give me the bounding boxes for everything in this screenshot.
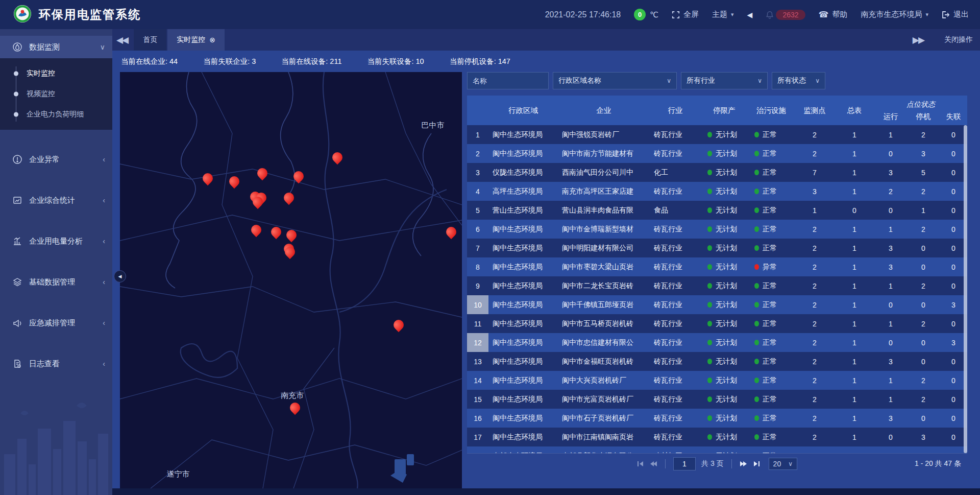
table-row[interactable]: 9阆中生态环境局阆中市二龙长宝页岩砖砖瓦行业无计划正常21120	[467, 276, 967, 295]
sidebar-item-enterprise-stats[interactable]: 企业综合统计‹	[0, 189, 112, 211]
table-row[interactable]: 13阆中生态环境局阆中市金福旺页岩机砖砖瓦行业无计划正常21300	[467, 352, 967, 371]
map-pin[interactable]	[286, 230, 297, 240]
map-pin[interactable]	[284, 193, 294, 203]
cell-enterprise: 南部县新华水泥有限公	[558, 446, 650, 453]
map-pin[interactable]	[285, 247, 295, 257]
map-pin[interactable]	[290, 403, 300, 413]
page-size-select[interactable]: 20 ∨	[769, 458, 797, 470]
last-page-button[interactable]	[753, 461, 760, 467]
map-pin[interactable]	[257, 168, 267, 178]
cell-halt: 0	[907, 257, 940, 276]
cell-region: 高坪生态环境局	[488, 182, 558, 201]
status-dot	[754, 207, 759, 213]
table-row[interactable]: 18南部生态环境局南部县新华水泥有限公建材加工无计划正常60060	[467, 446, 967, 453]
theme-dropdown[interactable]: 主题 ▾	[712, 10, 734, 19]
row-index: 9	[467, 276, 488, 295]
table-row[interactable]: 17阆中生态环境局阆中市江南镇阆南页岩砖瓦行业无计划正常21030	[467, 428, 967, 446]
scroll-tabs-right-icon[interactable]: ▶▶	[913, 35, 924, 45]
cell-lost: 3	[940, 333, 967, 352]
prev-page-button[interactable]	[650, 461, 657, 467]
sidebar-item-logs[interactable]: 日志查看‹	[0, 352, 112, 375]
region-filter-select[interactable]: 行政区域名称 ∨	[553, 72, 677, 89]
cell-halt: 2	[907, 182, 940, 201]
status-dot	[707, 283, 712, 289]
table-row[interactable]: 15阆中生态环境局阆中市光富页岩机砖厂砖瓦行业无计划正常21120	[467, 390, 967, 409]
status-dot	[707, 207, 712, 213]
sidebar-item-data-monitor[interactable]: 数据监测∨	[0, 36, 112, 58]
table-row[interactable]: 14阆中生态环境局阆中大兴页岩机砖厂砖瓦行业无计划正常21120	[467, 371, 967, 390]
table-row[interactable]: 8阆中生态环境局阆中市枣碧大梁山页岩砖瓦行业无计划异常21300	[467, 257, 967, 276]
industry-filter-select[interactable]: 所有行业 ∨	[681, 72, 768, 89]
table-row[interactable]: 3仪陇生态环境局西南油气田分公司川中化工无计划正常71350	[467, 163, 967, 182]
tab-0[interactable]: 首页	[134, 29, 166, 51]
table-row[interactable]: 4高坪生态环境局南充市高坪区王家店建砖瓦行业无计划正常31220	[467, 182, 967, 201]
tab-1[interactable]: 实时监控⊗	[167, 29, 225, 51]
scroll-tabs-left-icon[interactable]: ◀◀	[116, 35, 128, 45]
cell-halt: 5	[907, 163, 940, 182]
map-pin[interactable]	[251, 225, 261, 235]
sidebar-item-emergency[interactable]: 应急减排管理‹	[0, 312, 112, 334]
first-page-button[interactable]	[637, 461, 644, 467]
content-area: 巴中市南充市遂宁市 ◀ 行政区域名称 ∨ 所有行业 ∨	[112, 72, 980, 488]
table-row[interactable]: 5营山生态环境局营山县润丰肉食品有限食品无计划正常10010	[467, 201, 967, 220]
name-filter-input[interactable]	[467, 72, 549, 89]
chevron-down-icon: ▾	[731, 11, 734, 18]
close-icon[interactable]: ⊗	[209, 36, 215, 44]
cell-lost: 0	[940, 428, 967, 446]
cell-meters: 1	[835, 163, 874, 182]
map-pin[interactable]	[293, 171, 304, 181]
cell-industry: 砖瓦行业	[650, 220, 701, 239]
cell-meters: 1	[835, 276, 874, 295]
table-row[interactable]: 7阆中生态环境局阆中明阳建材有限公司砖瓦行业无计划正常21300	[467, 239, 967, 257]
mute-button[interactable]: ◀	[747, 11, 753, 19]
help-button[interactable]: ☎ 帮助	[819, 10, 848, 19]
sidebar-subitem-0-0[interactable]: 实时监控	[0, 63, 112, 84]
close-operations-button[interactable]: 关闭操作	[944, 35, 973, 44]
map-panel[interactable]: 巴中市南充市遂宁市 ◀	[120, 72, 462, 488]
cell-run: 3	[874, 239, 907, 257]
collapse-map-button[interactable]: ◀	[114, 270, 126, 282]
cell-limit: 无计划	[701, 295, 748, 314]
next-page-button[interactable]	[740, 461, 747, 467]
map-pin[interactable]	[229, 176, 239, 186]
skyline-decoration	[0, 393, 112, 495]
sidebar-subitem-0-2[interactable]: 企业电力负荷明细	[0, 104, 112, 125]
table-row[interactable]: 1阆中生态环境局阆中强锐页岩砖厂砖瓦行业无计划正常21120	[467, 125, 967, 144]
table-row[interactable]: 16阆中生态环境局阆中市石子页岩机砖厂砖瓦行业无计划正常21300	[467, 409, 967, 428]
table-row[interactable]: 2阆中生态环境局阆中市南方节能建材有砖瓦行业无计划正常21030	[467, 144, 967, 163]
org-dropdown[interactable]: 南充市生态环境局 ▾	[861, 10, 928, 19]
table-scrollbar[interactable]	[964, 125, 967, 453]
cell-industry: 建材加工	[650, 446, 701, 453]
map-pin[interactable]	[271, 227, 281, 237]
fullscreen-button[interactable]: 全屏	[672, 10, 699, 19]
cell-enterprise: 阆中强锐页岩砖厂	[558, 125, 650, 144]
status-filter-select[interactable]: 所有状态 ∨	[772, 72, 825, 89]
cell-run: 1	[874, 314, 907, 333]
map-pin[interactable]	[253, 197, 263, 207]
sidebar-subitem-0-1[interactable]: 视频监控	[0, 84, 112, 104]
map-pin[interactable]	[203, 173, 213, 183]
stat-item: 当前停机设备: 147	[450, 57, 510, 66]
cell-limit: 无计划	[701, 239, 748, 257]
cell-industry: 砖瓦行业	[650, 428, 701, 446]
map-pin[interactable]	[394, 320, 404, 330]
sidebar-item-enterprise-alert[interactable]: 企业异常‹	[0, 148, 112, 171]
table-row[interactable]: 10阆中生态环境局阆中千佛镇五郎垭页岩砖瓦行业无计划正常21003	[467, 295, 967, 314]
chevron-left-icon: ‹	[103, 237, 105, 245]
sidebar-menu: 数据监测∨实时监控视频监控企业电力负荷明细企业异常‹企业综合统计‹企业用电量分析…	[0, 36, 112, 375]
sidebar-item-base-data[interactable]: 基础数据管理‹	[0, 271, 112, 293]
map-pin[interactable]	[332, 152, 342, 162]
cell-facility: 正常	[748, 163, 795, 182]
cell-lost: 0	[940, 352, 967, 371]
logout-button[interactable]: 退出	[942, 10, 969, 19]
table-row[interactable]: 12阆中生态环境局阆中市忠信建材有限公砖瓦行业无计划正常21003	[467, 333, 967, 352]
cell-lost: 0	[940, 220, 967, 239]
cell-lost: 0	[940, 257, 967, 276]
map-pin[interactable]	[446, 227, 456, 237]
table-row[interactable]: 6阆中生态环境局阆中市金博瑞新型墙材砖瓦行业无计划正常21120	[467, 220, 967, 239]
notifications-button[interactable]: 2632	[766, 10, 805, 20]
table-row[interactable]: 11阆中生态环境局阆中市五马桥页岩机砖砖瓦行业无计划正常21120	[467, 314, 967, 333]
sidebar-item-power-analysis[interactable]: 企业用电量分析‹	[0, 230, 112, 252]
cell-region: 阆中生态环境局	[488, 314, 558, 333]
page-input[interactable]	[673, 457, 696, 470]
